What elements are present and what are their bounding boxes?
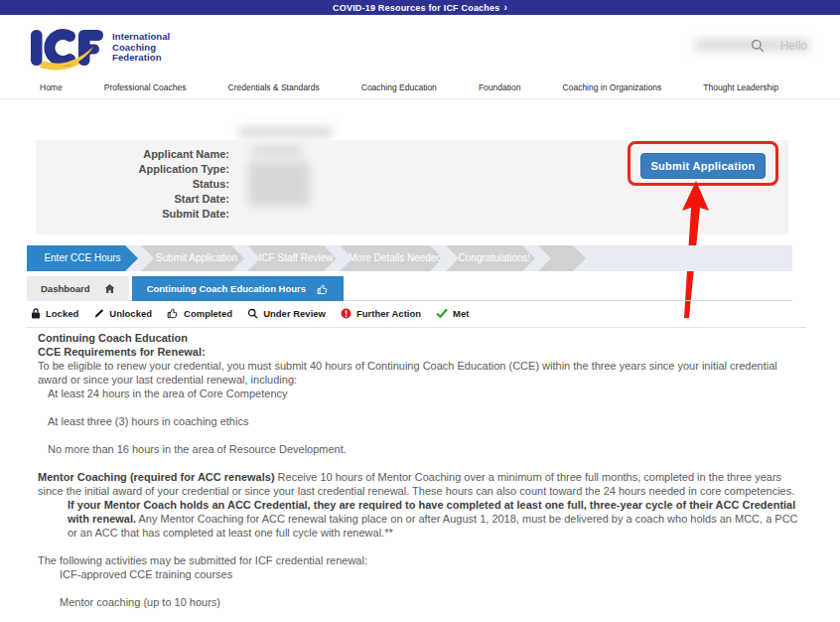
content-heading-2: CCE Requirements for Renewal: — [38, 346, 206, 358]
content-intro: To be eligible to renew your credential,… — [38, 359, 806, 387]
site-header: International Coaching Federation Hello — [0, 15, 840, 77]
start-date-label: Start Date: — [36, 192, 229, 207]
legend-unlocked: Unlocked — [93, 308, 152, 319]
submit-application-button[interactable]: Submit Application — [640, 153, 766, 179]
nav-item-thought-leadership[interactable]: Thought Leadership — [703, 82, 778, 92]
page: COVID-19 Resources for ICF Coaches › Int… — [0, 0, 840, 622]
application-type-label: Application Type: — [36, 162, 229, 177]
covid-banner-link[interactable]: COVID-19 Resources for ICF Coaches › — [0, 0, 840, 15]
legend-under-review: Under Review — [247, 308, 326, 319]
tab-bar: Dashboard Continuing Coach Education Hou… — [27, 276, 792, 301]
nav-item-home[interactable]: Home — [40, 82, 63, 92]
legend-completed: Completed — [167, 307, 232, 319]
lock-icon — [31, 308, 41, 319]
nav-item-credentials-standards[interactable]: Credentials & Standards — [228, 82, 320, 92]
thumbs-up-icon — [167, 307, 179, 319]
icf-logo-mark — [30, 25, 105, 71]
legend-further-action: Further Action — [341, 308, 421, 319]
home-icon — [104, 283, 115, 294]
pencil-icon — [93, 308, 104, 319]
step-enter-cce-hours: Enter CCE Hours — [27, 245, 138, 271]
nav-item-professional-coaches[interactable]: Professional Coaches — [104, 82, 187, 92]
tab-cce-label: Continuing Coach Education Hours — [147, 283, 306, 294]
progress-steps: Enter CCE Hours Submit Application ICF S… — [27, 245, 792, 271]
legend-locked: Locked — [31, 308, 78, 319]
thumbs-up-icon — [317, 283, 329, 295]
check-icon — [436, 308, 448, 318]
redacted-text — [238, 126, 333, 138]
tab-dashboard[interactable]: Dashboard — [27, 276, 129, 301]
chevron-right-icon: › — [503, 2, 507, 13]
cce-requirements-content: Continuing Coach Education CCE Requireme… — [27, 327, 806, 609]
tab-dashboard-label: Dashboard — [41, 283, 90, 294]
activity-cce-courses: ICF-approved CCE training courses — [38, 567, 806, 581]
step-icf-staff-review: ICF Staff Review — [247, 245, 337, 271]
applicant-name-label: Applicant Name: — [36, 147, 229, 162]
icf-logo-wordmark: International Coaching Federation — [112, 32, 170, 64]
nav-item-foundation[interactable]: Foundation — [479, 82, 521, 92]
requirement-coaching-ethics: At least three (3) hours in coaching eth… — [38, 414, 806, 428]
redacted-user-name — [695, 39, 809, 52]
step-filler — [538, 245, 586, 271]
activity-mentor-coaching: Mentor coaching (up to 10 hours) — [38, 595, 806, 609]
redacted-applicant-name — [251, 146, 303, 155]
status-legend: Locked Unlocked Completed Under Review — [31, 305, 469, 321]
step-more-details-needed: More Details Needed — [340, 245, 443, 271]
alert-icon — [341, 308, 351, 319]
magnifier-icon — [247, 308, 258, 319]
covid-banner-text: COVID-19 Resources for ICF Coaches — [333, 3, 499, 13]
requirement-resource-development: No more than 16 hours in the area of Res… — [38, 442, 806, 456]
main-nav: Home Professional Coaches Credentials & … — [0, 77, 840, 99]
mentor-coaching-paragraph: Mentor Coaching (required for ACC renewa… — [38, 470, 806, 498]
submit-date-label: Submit Date: — [36, 207, 229, 222]
status-label: Status: — [36, 177, 229, 192]
acc-credential-paragraph: If your Mentor Coach holds an ACC Creden… — [38, 498, 806, 540]
step-congratulations: Congratulations! — [446, 245, 535, 271]
redacted-application-details — [248, 161, 310, 207]
tab-continuing-coach-education-hours[interactable]: Continuing Coach Education Hours — [132, 276, 344, 301]
content-heading-1: Continuing Coach Education — [38, 332, 188, 344]
legend-met: Met — [436, 308, 469, 319]
requirement-core-competency: At least 24 hours in the area of Core Co… — [38, 387, 806, 400]
nav-item-coaching-education[interactable]: Coaching Education — [361, 82, 437, 92]
step-submit-application: Submit Application — [141, 245, 244, 271]
activities-intro: The following activities may be submitte… — [38, 553, 806, 567]
icf-logo[interactable]: International Coaching Federation — [30, 25, 170, 71]
nav-item-coaching-in-organizations[interactable]: Coaching in Organizations — [563, 82, 662, 92]
